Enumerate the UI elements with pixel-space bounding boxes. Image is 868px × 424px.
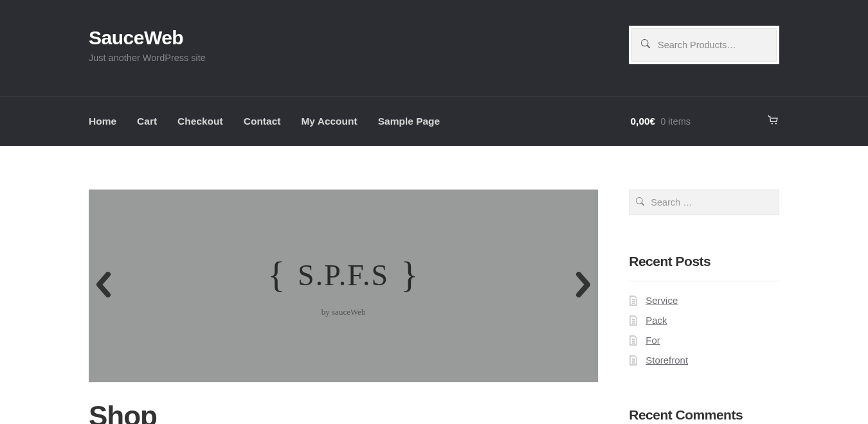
document-icon <box>629 296 638 306</box>
content-area: { S.P.F.S } by sauceWeb Shop <box>89 190 598 424</box>
divider <box>629 281 779 281</box>
list-item: Service <box>629 290 779 310</box>
list-item: Pack <box>629 310 779 330</box>
sidebar-search-input[interactable] <box>651 197 772 208</box>
slider-logo: { S.P.F.S } <box>267 254 419 296</box>
site-branding: SauceWeb Just another WordPress site <box>89 27 206 63</box>
svg-point-0 <box>772 123 773 124</box>
brace-left-icon: { <box>267 254 286 296</box>
slider-prev-button[interactable] <box>94 272 112 300</box>
recent-posts-list: Service Pack For Storefront <box>629 290 779 370</box>
header-search <box>629 26 779 64</box>
slider-next-button[interactable] <box>575 272 593 300</box>
sidebar-search <box>629 190 779 215</box>
top-bar: SauceWeb Just another WordPress site <box>0 0 868 96</box>
nav-my-account[interactable]: My Account <box>301 116 357 127</box>
nav-contact[interactable]: Contact <box>244 116 281 127</box>
sidebar: Recent Posts Service Pack For Storefront… <box>629 190 779 424</box>
recent-post-link[interactable]: For <box>646 335 660 346</box>
main-content: { S.P.F.S } by sauceWeb Shop Recent Post… <box>89 146 779 424</box>
search-input[interactable] <box>658 40 776 50</box>
list-item: For <box>629 330 779 350</box>
nav-cart[interactable]: Cart <box>137 116 157 127</box>
cart-amount: 0,00€ <box>630 116 655 127</box>
recent-post-link[interactable]: Storefront <box>646 355 688 366</box>
hero-slider: { S.P.F.S } by sauceWeb <box>89 190 598 382</box>
document-icon <box>629 355 638 366</box>
slider-subtitle: by sauceWeb <box>321 307 366 317</box>
recent-posts-title: Recent Posts <box>629 254 779 269</box>
nav-links: Home Cart Checkout Contact My Account Sa… <box>89 97 440 146</box>
nav-sample-page[interactable]: Sample Page <box>378 116 440 127</box>
cart-icon <box>768 115 779 128</box>
nav-bar: Home Cart Checkout Contact My Account Sa… <box>0 96 868 146</box>
page-title: Shop <box>89 400 598 424</box>
cart-items-count: 0 items <box>660 116 691 127</box>
list-item: Storefront <box>629 350 779 370</box>
brace-right-icon: } <box>401 254 419 296</box>
document-icon <box>629 315 638 326</box>
slider-logo-text: S.P.F.S <box>298 258 389 292</box>
site-tagline: Just another WordPress site <box>89 53 206 63</box>
cart-block[interactable]: 0,00€ 0 items <box>630 97 779 146</box>
recent-post-link[interactable]: Pack <box>646 315 667 326</box>
nav-home[interactable]: Home <box>89 116 116 127</box>
nav-checkout[interactable]: Checkout <box>177 116 223 127</box>
recent-comments-title: Recent Comments <box>629 407 779 423</box>
search-icon <box>632 39 658 51</box>
recent-post-link[interactable]: Service <box>646 295 678 306</box>
svg-point-1 <box>775 123 777 124</box>
document-icon <box>629 335 638 346</box>
search-icon <box>636 197 644 208</box>
site-title[interactable]: SauceWeb <box>89 27 206 49</box>
